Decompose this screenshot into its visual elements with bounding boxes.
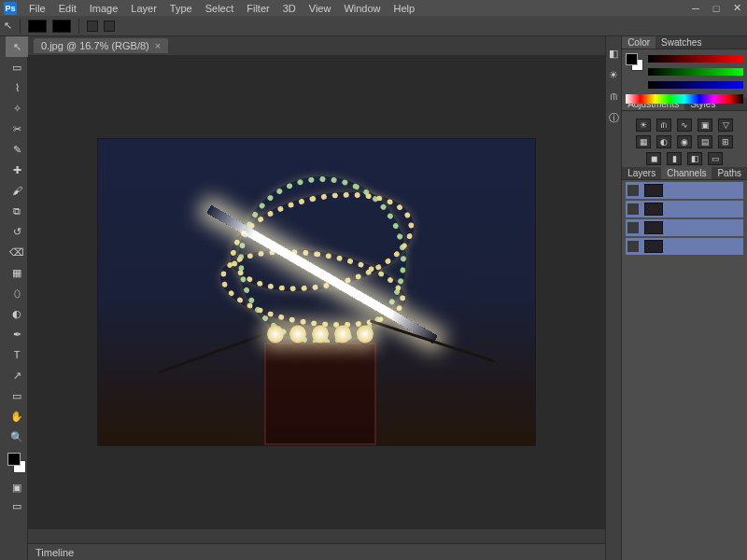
foreground-background-color[interactable] [6, 451, 28, 477]
menu-file[interactable]: File [22, 2, 52, 15]
menubar: Ps FileEditImageLayerTypeSelectFilter3DV… [0, 0, 747, 16]
channels-panel [622, 180, 747, 560]
rectangle-tool[interactable]: ▭ [6, 385, 28, 406]
channel-thumbnail [644, 184, 663, 197]
option-checkbox-2[interactable] [104, 21, 115, 32]
photo-filter-icon[interactable]: ◉ [677, 135, 692, 148]
bw-adjustment-icon[interactable]: ◐ [656, 135, 671, 148]
channel-row[interactable] [626, 219, 743, 236]
visibility-icon[interactable] [627, 185, 639, 196]
blur-tool[interactable]: ⬯ [6, 283, 28, 303]
menu-select[interactable]: Select [199, 2, 241, 15]
tab-layers[interactable]: Layers [622, 167, 661, 179]
menu-filter[interactable]: Filter [240, 2, 275, 15]
minimize-button[interactable]: ─ [685, 1, 706, 16]
close-tab-icon[interactable]: × [155, 40, 161, 51]
info-panel-icon[interactable]: ⓘ [609, 111, 619, 125]
tab-paths[interactable]: Paths [712, 167, 747, 179]
red-slider[interactable] [648, 55, 743, 63]
vibrance-adjustment-icon[interactable]: ▽ [718, 119, 733, 132]
timeline-panel-header[interactable]: Timeline [28, 543, 605, 560]
quick-mask-button[interactable]: ▣ [6, 479, 28, 496]
pen-tool[interactable]: ✒ [6, 324, 28, 344]
menu-edit[interactable]: Edit [52, 2, 83, 15]
adjustments-panel: ☀ ⫙ ∿ ▣ ▽ ▦ ◐ ◉ ▤ ⊞ ◼ ▮ ◧ ▭ [622, 111, 747, 167]
levels-adjustment-icon[interactable]: ⫙ [656, 119, 671, 132]
tab-channels[interactable]: Channels [661, 167, 712, 179]
right-panel-dock: ◧☀⫙ⓘ ColorSwatches AdjustmentsStyles [605, 36, 747, 560]
visibility-icon[interactable] [627, 203, 639, 215]
tab-swatches[interactable]: Swatches [655, 36, 707, 49]
dodge-tool[interactable]: ◐ [6, 303, 28, 324]
document-tab[interactable]: 0.jpg @ 16.7% (RGB/8) × [34, 38, 168, 53]
move-tool-icon: ↖ [4, 20, 12, 32]
type-tool[interactable]: T [6, 344, 28, 365]
path-select-tool[interactable]: ↗ [6, 365, 28, 385]
lasso-tool[interactable]: ⌇ [6, 77, 28, 98]
magic-wand-tool[interactable]: ✧ [6, 98, 28, 119]
canvas-viewport[interactable] [28, 55, 605, 528]
color-panel-tabs: ColorSwatches [622, 36, 747, 49]
maximize-button[interactable]: □ [706, 1, 726, 16]
toolbox: ↖▭⌇✧✂✎✚🖌⧉↺⌫▦⬯◐✒T↗▭✋🔍 ▣ ▭ [6, 36, 28, 560]
gradient-map-icon[interactable]: ▭ [708, 152, 723, 165]
color-fg-bg[interactable] [626, 53, 644, 72]
crop-tool[interactable]: ✂ [6, 119, 28, 139]
brightness-adjustment-icon[interactable]: ☀ [636, 119, 651, 132]
menu-view[interactable]: View [303, 2, 338, 15]
visibility-icon[interactable] [627, 222, 639, 233]
horizontal-scrollbar[interactable] [28, 528, 605, 543]
curves-adjustment-icon[interactable]: ∿ [677, 119, 692, 132]
history-brush-tool[interactable]: ↺ [6, 221, 28, 242]
channel-row[interactable] [626, 182, 743, 199]
eraser-tool[interactable]: ⌫ [6, 242, 28, 262]
hue-adjustment-icon[interactable]: ▦ [636, 135, 651, 148]
invert-adjustment-icon[interactable]: ◼ [646, 152, 661, 165]
document-tab-label: 0.jpg @ 16.7% (RGB/8) [41, 40, 149, 51]
menu-3d[interactable]: 3D [276, 2, 303, 15]
zoom-tool[interactable]: 🔍 [6, 427, 28, 447]
options-bar: ↖ [0, 16, 747, 36]
channel-thumbnail [644, 221, 663, 234]
option-checkbox-1[interactable] [87, 21, 98, 32]
marquee-tool[interactable]: ▭ [6, 57, 28, 77]
menu-type[interactable]: Type [163, 2, 199, 15]
visibility-icon[interactable] [627, 241, 639, 252]
eyedropper-tool[interactable]: ✎ [6, 139, 28, 160]
menu-window[interactable]: Window [337, 2, 387, 15]
background-swatch[interactable] [52, 20, 71, 33]
canvas-image [98, 139, 535, 445]
menu-help[interactable]: Help [388, 2, 422, 15]
foreground-swatch[interactable] [28, 20, 47, 33]
layers-panel-tabs: LayersChannelsPaths [622, 167, 747, 180]
green-slider[interactable] [648, 68, 743, 76]
menu-image[interactable]: Image [83, 2, 125, 15]
channel-mixer-icon[interactable]: ▤ [698, 135, 712, 148]
color-lookup-icon[interactable]: ⊞ [718, 135, 733, 148]
color-spectrum[interactable] [626, 94, 743, 104]
channel-row[interactable] [626, 238, 743, 255]
color-panel [622, 49, 747, 98]
screen-mode-button[interactable]: ▭ [6, 497, 28, 514]
exposure-adjustment-icon[interactable]: ▣ [698, 119, 712, 132]
healing-brush-tool[interactable]: ✚ [6, 160, 28, 180]
histogram-panel-icon[interactable]: ⫙ [609, 91, 619, 102]
clone-stamp-tool[interactable]: ⧉ [6, 201, 28, 221]
document-tabbar: 0.jpg @ 16.7% (RGB/8) × [28, 36, 605, 55]
brush-tool[interactable]: 🖌 [6, 180, 28, 201]
menu-layer[interactable]: Layer [124, 2, 163, 15]
posterize-adjustment-icon[interactable]: ▮ [667, 152, 682, 165]
document-area: 0.jpg @ 16.7% (RGB/8) × Timeline [28, 36, 605, 560]
adjustments-panel-icon[interactable]: ☀ [609, 69, 618, 81]
threshold-adjustment-icon[interactable]: ◧ [687, 152, 702, 165]
timeline-label: Timeline [35, 547, 74, 558]
window-controls: ─ □ ✕ [685, 1, 747, 16]
tab-color[interactable]: Color [622, 36, 655, 49]
hand-tool[interactable]: ✋ [6, 406, 28, 427]
gradient-tool[interactable]: ▦ [6, 262, 28, 283]
move-tool[interactable]: ↖ [6, 36, 28, 57]
color-panel-icon[interactable]: ◧ [609, 48, 618, 60]
close-button[interactable]: ✕ [726, 1, 747, 16]
channel-row[interactable] [626, 201, 743, 217]
blue-slider[interactable] [648, 81, 743, 89]
